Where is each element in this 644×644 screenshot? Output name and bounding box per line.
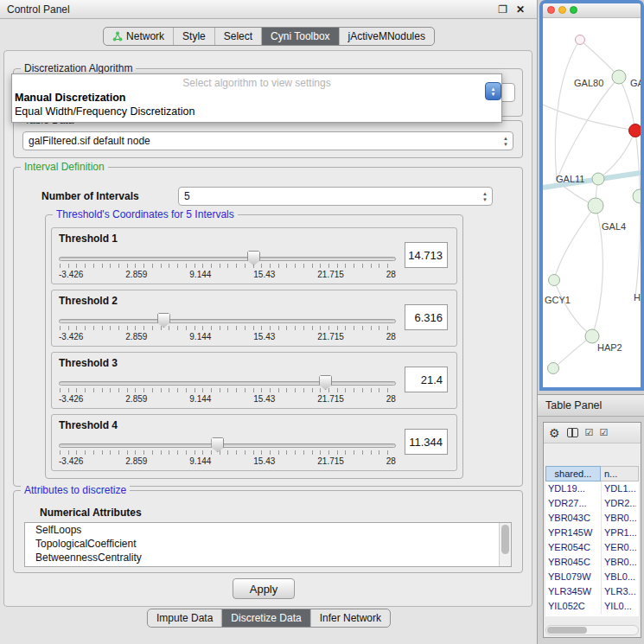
cell-shared-name[interactable]: YDR27... [545,496,601,511]
column-header-shared-name[interactable]: shared... [545,466,601,481]
tab-discretize-data[interactable]: Discretize Data [221,609,309,627]
number-of-intervals-value: 5 [184,190,190,202]
scale-label: 15.43 [253,456,275,466]
slider-track[interactable] [59,443,396,448]
cell-name[interactable]: YLR3... [601,584,636,599]
threshold-slider[interactable]: -3.4262.8599.14415.4321.71528 [59,436,396,470]
minimize-traffic-light[interactable] [558,6,566,14]
cell-name[interactable]: YBR0... [601,555,636,570]
node-red-selected[interactable] [629,124,641,137]
threshold-slider[interactable]: -3.4262.8599.14415.4321.71528 [59,373,396,408]
network-canvas[interactable]: GAL80 GAL11 GAL4 GCY1 HAP2 GA H [543,18,641,387]
cell-shared-name[interactable]: YBL079W [545,570,601,584]
node-pink[interactable] [576,35,585,45]
threshold-slider[interactable]: -3.4262.8599.14415.4321.71528 [59,311,396,346]
cell-shared-name[interactable]: YLR345W [545,584,601,599]
table-data-group: Table Data galFiltered.sif default node … [13,120,523,158]
list-vertical-scrollbar[interactable] [499,523,511,566]
cell-shared-name[interactable]: YER054C [545,540,601,555]
cell-name[interactable]: YPR1... [601,526,636,540]
cell-shared-name[interactable]: YBR045C [545,555,601,570]
tab-style[interactable]: Style [173,28,214,45]
table-data-combo[interactable]: galFiltered.sif default node ▲▼ [22,131,513,150]
cell-shared-name[interactable]: YPR145W [545,526,601,540]
cell-name[interactable]: YBL0... [601,570,636,584]
node-label: HAP2 [597,342,622,353]
close-window-icon[interactable]: ✕ [516,0,525,19]
cell-name[interactable]: YBR0... [601,511,636,526]
cell-shared-name[interactable]: YIL052C [545,599,601,614]
cell-name[interactable]: YER0... [601,540,636,555]
float-window-icon[interactable]: ❐ [498,0,507,19]
node-hap2[interactable] [585,329,599,343]
threshold-value-field[interactable]: 14.713 [405,242,448,268]
table-row[interactable]: YLR345W YLR3... [545,584,639,599]
tab-infer-network[interactable]: Infer Network [310,609,390,627]
table-horizontal-scrollbar[interactable] [545,625,639,635]
scrollbar-thumb[interactable] [501,525,509,554]
algorithm-combo-button[interactable]: ▲ ▼ [485,82,501,100]
slider-track[interactable] [59,381,396,386]
slider-track[interactable] [59,257,396,261]
number-of-intervals-combo[interactable]: 5 ▲▼ [178,187,493,206]
apply-button[interactable]: Apply [233,578,295,599]
combo-arrows-icon: ▲▼ [482,191,488,203]
table-panel-title: Table Panel [545,395,602,416]
cell-shared-name[interactable]: YDL19... [545,481,601,496]
slider-scale: -3.4262.8599.14415.4321.71528 [59,456,396,466]
node-gal80[interactable] [612,70,626,84]
tab-select[interactable]: Select [214,28,261,45]
threshold-slider[interactable]: -3.4262.8599.14415.4321.71528 [59,249,396,284]
table-row[interactable]: YBR045C YBR0... [545,555,639,570]
cell-name[interactable]: YDR2... [601,496,636,511]
numerical-attributes-list[interactable]: SelfLoopsTopologicalCoefficientBetweenne… [24,522,512,567]
close-traffic-light[interactable] [547,6,555,14]
tab-jactivemnodules[interactable]: jActiveMNodules [339,28,434,45]
group-title: Threshold's Coordinates for 5 Intervals [53,208,238,220]
column-header-name[interactable]: n... [601,466,639,481]
tab-impute-data[interactable]: Impute Data [148,609,221,627]
columns-icon[interactable] [567,428,578,437]
zoom-traffic-light[interactable] [570,6,577,14]
node-gal4[interactable] [588,198,603,214]
threshold-value-field[interactable]: 21.4 [405,367,448,392]
table-row[interactable]: YDL19... YDL1... [545,481,639,496]
tab-network[interactable]: Network [104,28,173,45]
threshold-value-field[interactable]: 11.344 [405,429,448,455]
table-row[interactable]: YDR27... YDR2... [545,496,639,511]
table-row[interactable]: YER054C YER0... [545,540,639,555]
tab-cyni-toolbox[interactable]: Cyni Toolbox [261,28,338,45]
node-edge-right[interactable] [633,189,641,203]
table-header-row: shared... n... [545,466,639,481]
select-all-icon[interactable]: ☑ [585,428,593,437]
tab-label: Style [182,30,206,42]
table-panel-header[interactable]: Table Panel [538,394,644,417]
table-body[interactable]: YDL19... YDL1... YDR27... YDR2... YBR043… [545,481,639,616]
node-bottom-left[interactable] [548,363,559,374]
dropdown-option-manual-discretization[interactable]: Manual Discretization [12,91,501,105]
list-item[interactable]: BetweennessCentrality [25,551,511,564]
list-item[interactable]: TopologicalCoefficient [25,537,511,551]
table-row[interactable]: YIL052C YIL0... [545,599,639,614]
interval-definition-group: Interval Definition Number of Intervals … [13,167,523,487]
cell-name[interactable]: YDL1... [601,481,636,496]
threshold-value-field[interactable]: 6.316 [405,304,448,330]
dropdown-option-equal-width-frequency[interactable]: Equal Width/Frequency Discretization [12,105,501,118]
list-item[interactable]: SelfLoops [25,523,511,537]
node-gal11[interactable] [592,173,604,185]
table-row[interactable]: YBR043C YBR0... [545,511,639,526]
table-toolbar: ⚙ ☑ ☑ [544,423,641,443]
window-title: Control Panel [7,0,70,19]
table-data-selected-value: galFiltered.sif default node [29,135,150,147]
scrollbar-thumb[interactable] [547,627,587,634]
table-row[interactable]: YBL079W YBL0... [545,570,639,584]
cell-name[interactable]: YIL0... [601,599,636,614]
cell-shared-name[interactable]: YBR043C [545,511,601,526]
select-columns-icon[interactable]: ☑ [599,428,607,437]
table-row[interactable]: YPR145W YPR1... [545,526,639,540]
gear-icon[interactable]: ⚙ [549,427,560,439]
slider-track[interactable] [59,319,396,323]
slider-scale: -3.4262.8599.14415.4321.71528 [59,270,396,279]
node-gcy1[interactable] [549,275,560,286]
table-panel-window: ⚙ ☑ ☑ shared... n... YDL19... YDL1... YD… [543,422,641,638]
